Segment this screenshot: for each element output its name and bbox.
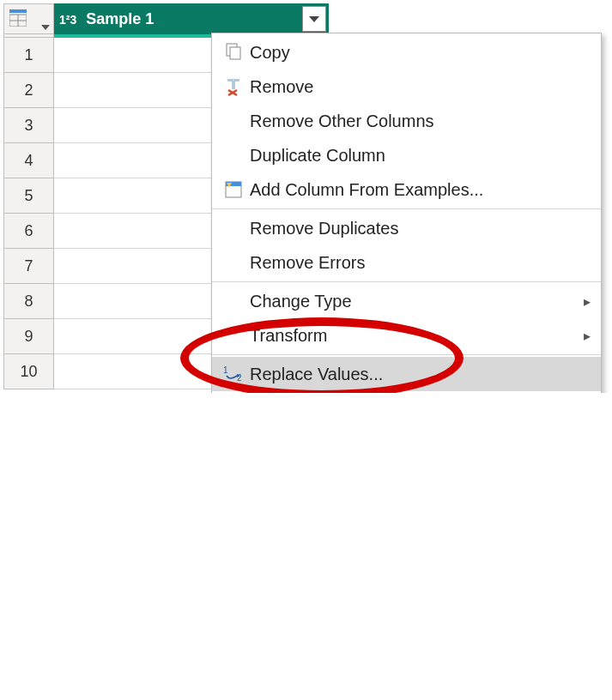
menu-item-remove_errors[interactable]: Remove Errors	[212, 245, 601, 280]
row-header[interactable]: 5	[4, 178, 54, 214]
menu-item-remove[interactable]: Remove	[212, 69, 601, 104]
menu-item-remove_dups[interactable]: Remove Duplicates	[212, 211, 601, 245]
column-context-menu: CopyRemoveRemove Other ColumnsDuplicate …	[211, 33, 602, 393]
row-header[interactable]: 2	[4, 73, 54, 108]
menu-item-duplicate[interactable]: Duplicate Column	[212, 138, 601, 172]
row-header[interactable]: 7	[4, 249, 54, 284]
menu-item-label: Replace Values...	[250, 365, 575, 384]
menu-item-label: Remove Duplicates	[250, 219, 575, 238]
copy-icon	[217, 43, 250, 62]
svg-marker-4	[41, 25, 50, 30]
menu-item-label: Remove Errors	[250, 253, 575, 273]
menu-item-label: Remove	[250, 77, 575, 97]
svg-rect-7	[230, 47, 240, 59]
menu-item-replace_values[interactable]: 12Replace Values...	[212, 357, 601, 391]
row-header[interactable]: 8	[4, 284, 54, 319]
menu-item-replace_errors[interactable]: Replace Errors...	[212, 391, 601, 393]
menu-separator	[212, 281, 601, 282]
submenu-arrow-icon: ▸	[575, 328, 591, 344]
menu-item-add_examples[interactable]: Add Column From Examples...	[212, 172, 601, 207]
svg-rect-9	[232, 81, 235, 89]
menu-item-label: Copy	[250, 43, 575, 63]
row-header[interactable]: 9	[4, 319, 54, 354]
row-header[interactable]: 1	[4, 38, 54, 73]
menu-item-label: Change Type	[250, 292, 575, 311]
column-header-sample1[interactable]: 1²3 Sample 1	[54, 4, 329, 34]
submenu-arrow-icon: ▸	[575, 293, 591, 310]
row-header[interactable]: 3	[4, 108, 54, 143]
menu-item-change_type[interactable]: Change Type▸	[212, 284, 601, 318]
menu-item-label: Add Column From Examples...	[250, 180, 575, 200]
row-header[interactable]: 6	[4, 214, 54, 249]
svg-rect-0	[9, 9, 27, 13]
chevron-down-icon	[41, 25, 50, 30]
menu-separator	[212, 208, 601, 209]
number-type-icon: 1²3	[59, 13, 76, 27]
add-examples-icon	[217, 180, 250, 199]
menu-item-label: Remove Other Columns	[250, 112, 575, 131]
remove-icon	[217, 77, 250, 96]
menu-item-label: Duplicate Column	[250, 146, 575, 166]
select-all-cell[interactable]	[4, 4, 54, 34]
menu-item-transform[interactable]: Transform▸	[212, 318, 601, 353]
row-header[interactable]: 10	[4, 354, 54, 389]
svg-text:2: 2	[237, 373, 242, 383]
svg-rect-8	[227, 79, 239, 81]
table-icon	[9, 9, 27, 27]
chevron-down-icon	[309, 16, 319, 22]
svg-text:1: 1	[223, 365, 228, 375]
column-filter-button[interactable]	[302, 6, 326, 32]
row-header[interactable]: 4	[4, 143, 54, 178]
column-header-label: Sample 1	[86, 10, 154, 27]
menu-item-copy[interactable]: Copy	[212, 35, 601, 69]
menu-separator	[212, 354, 601, 355]
menu-item-remove_other[interactable]: Remove Other Columns	[212, 104, 601, 138]
replace-icon: 12	[217, 365, 250, 383]
menu-item-label: Transform	[250, 326, 575, 346]
svg-marker-5	[309, 16, 319, 22]
